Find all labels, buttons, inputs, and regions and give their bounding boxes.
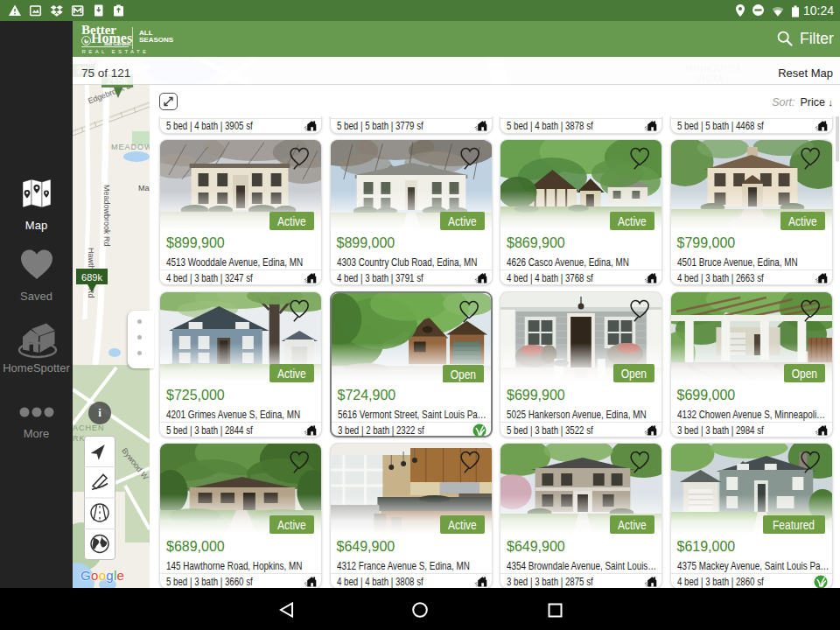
svg-text:689k: 689k <box>81 272 102 283</box>
